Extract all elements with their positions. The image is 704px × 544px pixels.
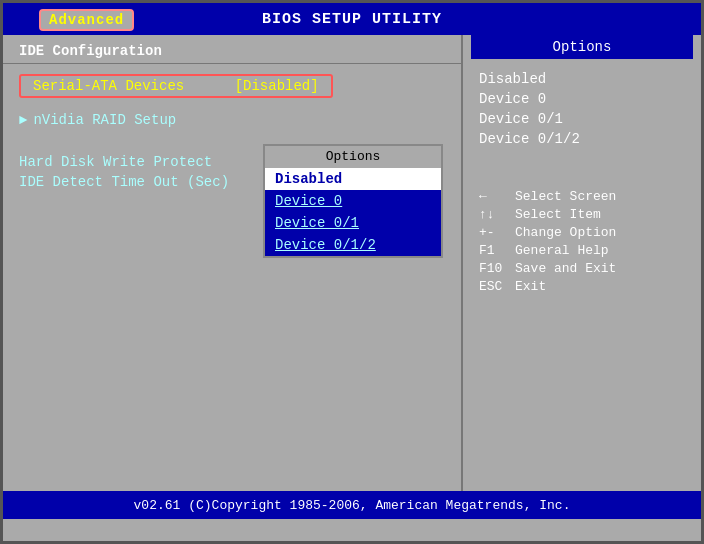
help-desc-f10: Save and Exit (515, 261, 616, 276)
help-key-f1: F1 (479, 243, 515, 258)
help-desc-item: Select Item (515, 207, 601, 222)
option-device0: Device 0 (471, 89, 693, 109)
help-desc-esc: Exit (515, 279, 546, 294)
options-header: Options (471, 35, 693, 59)
help-line-change: +- Change Option (479, 225, 685, 240)
bios-screen: Advanced BIOS SETUP UTILITY IDE Configur… (0, 0, 704, 544)
help-key-esc: ESC (479, 279, 515, 294)
selected-serial-ata[interactable]: Serial-ATA Devices [Disabled] (19, 74, 333, 98)
help-key-plusminus: +- (479, 225, 515, 240)
right-panel: Options Disabled Device 0 Device 0/1 Dev… (463, 35, 701, 491)
help-line-f1: F1 General Help (479, 243, 685, 258)
help-desc-screen: Select Screen (515, 189, 616, 204)
help-key-arrow: ← (479, 189, 515, 204)
help-desc-f1: General Help (515, 243, 609, 258)
selected-item-label: Serial-ATA Devices (33, 78, 184, 94)
popup-title: Options (265, 146, 441, 168)
help-line-f10: F10 Save and Exit (479, 261, 685, 276)
left-panel: IDE Configuration Serial-ATA Devices [Di… (3, 35, 463, 491)
tab-advanced[interactable]: Advanced (39, 9, 134, 31)
option-device01: Device 0/1 (471, 109, 693, 129)
bios-title: BIOS SETUP UTILITY (262, 11, 442, 28)
option-disabled: Disabled (471, 69, 693, 89)
bottom-bar: v02.61 (C)Copyright 1985-2006, American … (3, 491, 701, 519)
help-line-item: ↑↓ Select Item (479, 207, 685, 222)
selected-item-value: [Disabled] (235, 78, 319, 94)
popup-item-device0[interactable]: Device 0 (265, 190, 441, 212)
help-desc-change: Change Option (515, 225, 616, 240)
top-bar: Advanced BIOS SETUP UTILITY (3, 3, 701, 35)
help-key-f10: F10 (479, 261, 515, 276)
help-key-updown: ↑↓ (479, 207, 515, 222)
main-area: IDE Configuration Serial-ATA Devices [Di… (3, 35, 701, 491)
popup-item-device012[interactable]: Device 0/1/2 (265, 234, 441, 256)
help-section: ← Select Screen ↑↓ Select Item +- Change… (471, 189, 693, 294)
popup-area: Hard Disk Write Protect IDE Detect Time … (3, 154, 461, 190)
option-device012: Device 0/1/2 (471, 129, 693, 149)
footer-text: v02.61 (C)Copyright 1985-2006, American … (134, 498, 571, 513)
nvidia-raid-label: nVidia RAID Setup (33, 112, 176, 128)
help-line-screen: ← Select Screen (479, 189, 685, 204)
popup-item-device01[interactable]: Device 0/1 (265, 212, 441, 234)
section-title: IDE Configuration (3, 35, 461, 64)
nvidia-raid-item[interactable]: ► nVidia RAID Setup (3, 108, 461, 132)
options-popup: Options Disabled Device 0 Device 0/1 Dev… (263, 144, 443, 258)
arrow-icon: ► (19, 112, 27, 128)
popup-item-disabled[interactable]: Disabled (265, 168, 441, 190)
help-line-esc: ESC Exit (479, 279, 685, 294)
